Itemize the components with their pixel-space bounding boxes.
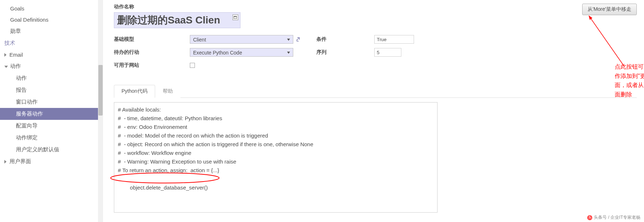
sidebar-section-tech: 技术 — [0, 37, 103, 49]
sidebar-item-ui[interactable]: 用户界面 — [0, 156, 103, 167]
translate-icon[interactable]: 🗔 — [233, 14, 238, 20]
action-name-input[interactable]: 删除过期的SaaS Clien — [114, 12, 240, 28]
code-line: # To return an action, assign: action = … — [118, 166, 434, 175]
sidebar-item-user-defaults[interactable]: 用户定义的默认值 — [0, 144, 103, 156]
code-line: # Available locals: — [118, 105, 434, 114]
annotation-text: 点此按钮可以将动作添加到"更多"下面，或者从更多里面删除 — [615, 62, 644, 99]
title-label: 动作名称 — [114, 4, 582, 10]
todo-select[interactable]: Execute Python Code — [190, 48, 293, 57]
scrollbar-track[interactable] — [98, 0, 103, 222]
svg-point-0 — [111, 173, 219, 183]
scrollbar-thumb[interactable] — [98, 65, 103, 116]
sidebar-item-email[interactable]: Email — [0, 49, 103, 60]
code-line: # - env: Odoo Environement — [118, 123, 434, 131]
code-line-highlighted: object.delete_database_server() — [118, 175, 208, 209]
code-line: # - time, datetime, dateutil: Python lib… — [118, 114, 434, 123]
sidebar-item-goals[interactable]: Goals — [0, 3, 103, 14]
code-line: # - object: Record on which the action i… — [118, 140, 434, 149]
code-line: # - workflow: Workflow engine — [118, 149, 434, 157]
caret-down-icon — [4, 66, 8, 68]
sidebar-item-server-actions[interactable]: 服务器动作 — [0, 108, 103, 120]
condition-label: 条件 — [302, 36, 374, 43]
caret-right-icon — [4, 53, 7, 57]
watermark-icon: 头 — [587, 215, 592, 220]
sidebar-item-actions[interactable]: 动作 — [0, 60, 103, 72]
website-checkbox[interactable] — [190, 63, 195, 68]
watermark: 头 头条号 / 企业IT专家老杨 — [587, 214, 640, 221]
sidebar-item-window-actions[interactable]: 窗口动作 — [0, 96, 103, 108]
tabs: Python代码 帮助 — [114, 84, 637, 98]
main-content: 动作名称 删除过期的SaaS Clien 🗔 从'More'菜单中移走 基础模型… — [103, 0, 644, 222]
sidebar-item-action-binding[interactable]: 动作绑定 — [0, 132, 103, 144]
condition-input[interactable] — [374, 35, 414, 44]
tab-help[interactable]: 帮助 — [155, 85, 180, 98]
base-model-select[interactable]: Client — [190, 35, 293, 44]
sidebar-item-goal-definitions[interactable]: Goal Definitions — [0, 14, 103, 25]
sidebar: Goals Goal Definitions 勋章 技术 Email 动作 动作… — [0, 0, 103, 222]
sidebar-item-badges[interactable]: 勋章 — [0, 25, 103, 37]
website-label: 可用于网站 — [114, 62, 190, 69]
remove-from-more-button[interactable]: 从'More'菜单中移走 — [582, 4, 637, 15]
sidebar-item-config-wizard[interactable]: 配置向导 — [0, 120, 103, 132]
todo-label: 待办的行动 — [114, 49, 190, 56]
sidebar-item-actions-sub[interactable]: 动作 — [0, 72, 103, 84]
sidebar-item-reports[interactable]: 报告 — [0, 84, 103, 96]
code-line: # - Warning: Warning Exception to use wi… — [118, 157, 434, 166]
python-code-textarea[interactable]: # Available locals: # - time, datetime, … — [114, 102, 438, 213]
sequence-label: 序列 — [302, 49, 374, 56]
sequence-input[interactable] — [374, 48, 401, 57]
caret-right-icon — [4, 160, 7, 164]
external-link-icon[interactable] — [296, 36, 302, 42]
tab-python-code[interactable]: Python代码 — [114, 85, 155, 98]
code-line: # - model: Model of the record on which … — [118, 131, 434, 140]
base-model-label: 基础模型 — [114, 36, 190, 43]
